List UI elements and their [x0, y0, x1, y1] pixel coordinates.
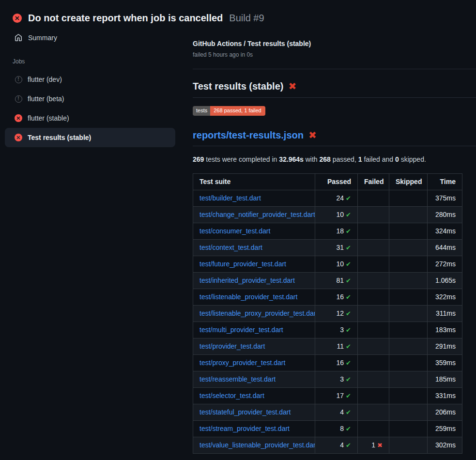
suite-link[interactable]: test/stateful_provider_test.dart: [200, 408, 291, 416]
time-cell: 324ms: [428, 223, 462, 240]
skipped-cell: [389, 371, 428, 388]
passed-cell: 17✔: [315, 388, 358, 404]
table-row: test/consumer_test.dart18✔324ms: [193, 223, 462, 240]
job-label: flutter (dev): [28, 76, 62, 83]
time-cell: 185ms: [428, 371, 462, 388]
skipped-cell: [389, 289, 428, 306]
table-header-row: Test suitePassedFailedSkippedTime: [193, 174, 462, 190]
summary-fragment: 0: [395, 155, 399, 163]
failed-cell: [358, 223, 389, 240]
alert-circle-icon: !: [15, 95, 22, 103]
table-row: test/future_provider_test.dart10✔272ms: [193, 256, 462, 273]
passed-cell: 10✔: [315, 207, 358, 223]
check-icon: ✔: [346, 392, 351, 399]
main-content: GitHub Actions / Test results (stable) f…: [193, 39, 476, 454]
summary-fragment: with: [304, 155, 320, 163]
suite-link[interactable]: test/multi_provider_test.dart: [200, 326, 283, 334]
x-icon: ✖: [377, 442, 383, 449]
report-file-link[interactable]: reports/test-results.json: [193, 129, 304, 142]
page-title: Do not create report when job is cancell…: [28, 13, 223, 24]
skipped-cell: [389, 355, 428, 371]
breadcrumb: GitHub Actions / Test results (stable): [193, 39, 476, 48]
suite-link[interactable]: test/listenable_provider_test.dart: [200, 293, 297, 301]
sidebar-job-item[interactable]: Test results (stable): [5, 128, 175, 147]
sidebar-job-item[interactable]: !flutter (beta): [5, 89, 175, 108]
failed-cell: 1✖: [358, 437, 389, 454]
passed-cell: 3✔: [315, 371, 358, 388]
suite-link[interactable]: test/stream_provider_test.dart: [200, 425, 290, 432]
failed-cell: [358, 273, 389, 289]
suite-link[interactable]: test/selector_test.dart: [200, 392, 264, 399]
run-header: Do not create report when job is cancell…: [0, 0, 476, 27]
time-cell: 331ms: [428, 388, 462, 404]
suite-link[interactable]: test/future_provider_test.dart: [200, 260, 286, 268]
failed-cell: [358, 190, 389, 207]
table-row: test/proxy_provider_test.dart16✔359ms: [193, 355, 462, 371]
summary-fragment: 268: [320, 155, 331, 163]
time-cell: 272ms: [428, 256, 462, 273]
time-cell: 291ms: [428, 338, 462, 355]
failed-cell: [358, 371, 389, 388]
table-row: test/listenable_provider_test.dart16✔322…: [193, 289, 462, 306]
suite-link[interactable]: test/consumer_test.dart: [200, 227, 270, 235]
check-icon: ✔: [346, 359, 351, 367]
job-label: Test results (stable): [28, 134, 91, 141]
suite-link[interactable]: test/proxy_provider_test.dart: [200, 359, 285, 367]
suite-link[interactable]: test/provider_test.dart: [200, 342, 265, 350]
table-row: test/builder_test.dart24✔375ms: [193, 190, 462, 207]
suite-cell: test/value_listenable_provider_test.dart: [193, 437, 315, 454]
check-icon: ✔: [346, 310, 351, 317]
suite-cell: test/multi_provider_test.dart: [193, 322, 315, 338]
tests-status-badge: tests 268 passed, 1 failed: [193, 106, 265, 116]
suite-link[interactable]: test/change_notifier_provider_test.dart: [200, 211, 315, 218]
failed-x-circle-icon: [13, 14, 22, 23]
summary-fragment: 32.964s: [279, 155, 304, 163]
test-results-table: Test suitePassedFailedSkippedTime test/b…: [193, 173, 462, 454]
passed-cell: 16✔: [315, 355, 358, 371]
suite-link[interactable]: test/builder_test.dart: [200, 194, 261, 202]
summary-fragment: passed,: [331, 155, 358, 163]
sidebar-job-item[interactable]: !flutter (dev): [5, 70, 175, 89]
summary-fragment: failed and: [362, 155, 396, 163]
failed-x-icon: ✖: [288, 80, 296, 93]
check-icon: ✔: [346, 293, 351, 301]
home-icon: [15, 34, 22, 42]
x-circle-fill-icon: [15, 134, 22, 141]
failed-cell: [358, 322, 389, 338]
skipped-cell: [389, 404, 428, 421]
skipped-cell: [389, 306, 428, 322]
report-heading: reports/test-results.json ✖: [193, 129, 476, 146]
failed-cell: [358, 240, 389, 256]
sidebar-job-item[interactable]: flutter (stable): [5, 108, 175, 128]
suite-cell: test/stateful_provider_test.dart: [193, 404, 315, 421]
check-icon: ✔: [346, 261, 351, 268]
passed-cell: 4✔: [315, 437, 358, 454]
suite-link[interactable]: test/value_listenable_provider_test.dart: [200, 441, 315, 449]
skipped-cell: [389, 322, 428, 338]
check-icon: ✔: [346, 376, 351, 383]
table-row: test/change_notifier_provider_test.dart1…: [193, 207, 462, 223]
job-list: !flutter (dev)!flutter (beta)flutter (st…: [0, 70, 189, 147]
suite-link[interactable]: test/listenable_proxy_provider_test.dart: [200, 309, 315, 317]
time-cell: 259ms: [428, 421, 462, 437]
passed-cell: 11✔: [315, 338, 358, 355]
suite-link[interactable]: test/context_test.dart: [200, 244, 262, 251]
sidebar-item-summary[interactable]: Summary: [0, 30, 189, 46]
suite-link[interactable]: test/inherited_provider_test.dart: [200, 276, 295, 284]
passed-cell: 3✔: [315, 322, 358, 338]
passed-cell: 4✔: [315, 404, 358, 421]
check-icon: ✔: [346, 244, 351, 251]
failed-cell: [358, 207, 389, 223]
suite-cell: test/inherited_provider_test.dart: [193, 273, 315, 289]
time-cell: 359ms: [428, 355, 462, 371]
suite-link[interactable]: test/reassemble_test.dart: [200, 375, 276, 383]
skipped-cell: [389, 190, 428, 207]
divider: [193, 69, 476, 69]
check-icon: ✔: [346, 442, 351, 449]
passed-cell: 10✔: [315, 256, 358, 273]
check-icon: ✔: [346, 343, 351, 350]
time-cell: 311ms: [428, 306, 462, 322]
table-row: test/inherited_provider_test.dart81✔1.06…: [193, 273, 462, 289]
suite-cell: test/context_test.dart: [193, 240, 315, 256]
skipped-cell: [389, 421, 428, 437]
